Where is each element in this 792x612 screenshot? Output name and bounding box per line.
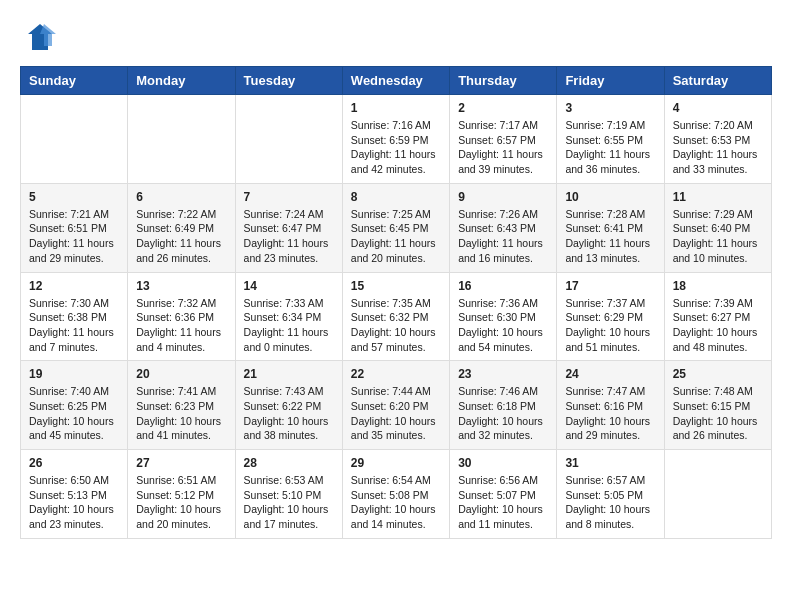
day-info: Sunrise: 6:57 AM Sunset: 5:05 PM Dayligh… [565, 473, 655, 532]
calendar-cell: 17Sunrise: 7:37 AM Sunset: 6:29 PM Dayli… [557, 272, 664, 361]
calendar-cell: 25Sunrise: 7:48 AM Sunset: 6:15 PM Dayli… [664, 361, 771, 450]
day-info: Sunrise: 7:26 AM Sunset: 6:43 PM Dayligh… [458, 207, 548, 266]
calendar-table: SundayMondayTuesdayWednesdayThursdayFrid… [20, 66, 772, 539]
calendar-cell: 20Sunrise: 7:41 AM Sunset: 6:23 PM Dayli… [128, 361, 235, 450]
day-info: Sunrise: 6:51 AM Sunset: 5:12 PM Dayligh… [136, 473, 226, 532]
day-info: Sunrise: 7:28 AM Sunset: 6:41 PM Dayligh… [565, 207, 655, 266]
day-number: 28 [244, 456, 334, 470]
calendar-cell: 5Sunrise: 7:21 AM Sunset: 6:51 PM Daylig… [21, 183, 128, 272]
day-number: 15 [351, 279, 441, 293]
calendar-week-row: 1Sunrise: 7:16 AM Sunset: 6:59 PM Daylig… [21, 95, 772, 184]
calendar-cell [235, 95, 342, 184]
day-info: Sunrise: 7:19 AM Sunset: 6:55 PM Dayligh… [565, 118, 655, 177]
weekday-header: Monday [128, 67, 235, 95]
day-info: Sunrise: 6:54 AM Sunset: 5:08 PM Dayligh… [351, 473, 441, 532]
calendar-cell: 9Sunrise: 7:26 AM Sunset: 6:43 PM Daylig… [450, 183, 557, 272]
day-number: 16 [458, 279, 548, 293]
calendar-cell: 22Sunrise: 7:44 AM Sunset: 6:20 PM Dayli… [342, 361, 449, 450]
day-number: 25 [673, 367, 763, 381]
calendar-cell: 21Sunrise: 7:43 AM Sunset: 6:22 PM Dayli… [235, 361, 342, 450]
calendar-cell: 19Sunrise: 7:40 AM Sunset: 6:25 PM Dayli… [21, 361, 128, 450]
day-number: 14 [244, 279, 334, 293]
weekday-header: Tuesday [235, 67, 342, 95]
day-info: Sunrise: 7:17 AM Sunset: 6:57 PM Dayligh… [458, 118, 548, 177]
day-number: 23 [458, 367, 548, 381]
day-number: 5 [29, 190, 119, 204]
calendar-cell: 10Sunrise: 7:28 AM Sunset: 6:41 PM Dayli… [557, 183, 664, 272]
day-number: 3 [565, 101, 655, 115]
day-info: Sunrise: 7:36 AM Sunset: 6:30 PM Dayligh… [458, 296, 548, 355]
calendar-week-row: 26Sunrise: 6:50 AM Sunset: 5:13 PM Dayli… [21, 450, 772, 539]
calendar-header-row: SundayMondayTuesdayWednesdayThursdayFrid… [21, 67, 772, 95]
calendar-cell: 13Sunrise: 7:32 AM Sunset: 6:36 PM Dayli… [128, 272, 235, 361]
calendar-cell: 28Sunrise: 6:53 AM Sunset: 5:10 PM Dayli… [235, 450, 342, 539]
day-number: 2 [458, 101, 548, 115]
calendar-cell: 11Sunrise: 7:29 AM Sunset: 6:40 PM Dayli… [664, 183, 771, 272]
logo [20, 20, 62, 56]
calendar-cell: 14Sunrise: 7:33 AM Sunset: 6:34 PM Dayli… [235, 272, 342, 361]
day-info: Sunrise: 7:32 AM Sunset: 6:36 PM Dayligh… [136, 296, 226, 355]
calendar-cell: 24Sunrise: 7:47 AM Sunset: 6:16 PM Dayli… [557, 361, 664, 450]
calendar-cell: 3Sunrise: 7:19 AM Sunset: 6:55 PM Daylig… [557, 95, 664, 184]
day-number: 8 [351, 190, 441, 204]
day-number: 26 [29, 456, 119, 470]
day-info: Sunrise: 7:43 AM Sunset: 6:22 PM Dayligh… [244, 384, 334, 443]
day-number: 21 [244, 367, 334, 381]
day-info: Sunrise: 6:50 AM Sunset: 5:13 PM Dayligh… [29, 473, 119, 532]
page-header [20, 20, 772, 56]
weekday-header: Wednesday [342, 67, 449, 95]
calendar-cell: 1Sunrise: 7:16 AM Sunset: 6:59 PM Daylig… [342, 95, 449, 184]
day-info: Sunrise: 7:29 AM Sunset: 6:40 PM Dayligh… [673, 207, 763, 266]
calendar-cell: 31Sunrise: 6:57 AM Sunset: 5:05 PM Dayli… [557, 450, 664, 539]
calendar-week-row: 12Sunrise: 7:30 AM Sunset: 6:38 PM Dayli… [21, 272, 772, 361]
day-number: 10 [565, 190, 655, 204]
calendar-cell: 4Sunrise: 7:20 AM Sunset: 6:53 PM Daylig… [664, 95, 771, 184]
calendar-cell: 29Sunrise: 6:54 AM Sunset: 5:08 PM Dayli… [342, 450, 449, 539]
calendar-cell [128, 95, 235, 184]
day-number: 11 [673, 190, 763, 204]
day-number: 31 [565, 456, 655, 470]
weekday-header: Friday [557, 67, 664, 95]
day-info: Sunrise: 7:30 AM Sunset: 6:38 PM Dayligh… [29, 296, 119, 355]
weekday-header: Sunday [21, 67, 128, 95]
day-info: Sunrise: 7:39 AM Sunset: 6:27 PM Dayligh… [673, 296, 763, 355]
day-number: 9 [458, 190, 548, 204]
day-info: Sunrise: 7:44 AM Sunset: 6:20 PM Dayligh… [351, 384, 441, 443]
day-info: Sunrise: 7:22 AM Sunset: 6:49 PM Dayligh… [136, 207, 226, 266]
calendar-cell: 8Sunrise: 7:25 AM Sunset: 6:45 PM Daylig… [342, 183, 449, 272]
day-number: 22 [351, 367, 441, 381]
calendar-week-row: 19Sunrise: 7:40 AM Sunset: 6:25 PM Dayli… [21, 361, 772, 450]
calendar-week-row: 5Sunrise: 7:21 AM Sunset: 6:51 PM Daylig… [21, 183, 772, 272]
day-number: 6 [136, 190, 226, 204]
day-number: 7 [244, 190, 334, 204]
day-info: Sunrise: 7:25 AM Sunset: 6:45 PM Dayligh… [351, 207, 441, 266]
day-info: Sunrise: 7:46 AM Sunset: 6:18 PM Dayligh… [458, 384, 548, 443]
day-info: Sunrise: 7:20 AM Sunset: 6:53 PM Dayligh… [673, 118, 763, 177]
calendar-cell: 23Sunrise: 7:46 AM Sunset: 6:18 PM Dayli… [450, 361, 557, 450]
calendar-cell: 15Sunrise: 7:35 AM Sunset: 6:32 PM Dayli… [342, 272, 449, 361]
calendar-cell: 27Sunrise: 6:51 AM Sunset: 5:12 PM Dayli… [128, 450, 235, 539]
calendar-cell: 7Sunrise: 7:24 AM Sunset: 6:47 PM Daylig… [235, 183, 342, 272]
calendar-cell: 6Sunrise: 7:22 AM Sunset: 6:49 PM Daylig… [128, 183, 235, 272]
calendar-cell: 18Sunrise: 7:39 AM Sunset: 6:27 PM Dayli… [664, 272, 771, 361]
calendar-cell: 30Sunrise: 6:56 AM Sunset: 5:07 PM Dayli… [450, 450, 557, 539]
day-info: Sunrise: 7:48 AM Sunset: 6:15 PM Dayligh… [673, 384, 763, 443]
day-number: 24 [565, 367, 655, 381]
day-info: Sunrise: 6:56 AM Sunset: 5:07 PM Dayligh… [458, 473, 548, 532]
day-info: Sunrise: 7:37 AM Sunset: 6:29 PM Dayligh… [565, 296, 655, 355]
day-number: 20 [136, 367, 226, 381]
day-info: Sunrise: 7:40 AM Sunset: 6:25 PM Dayligh… [29, 384, 119, 443]
day-number: 4 [673, 101, 763, 115]
calendar-cell: 2Sunrise: 7:17 AM Sunset: 6:57 PM Daylig… [450, 95, 557, 184]
calendar-cell: 16Sunrise: 7:36 AM Sunset: 6:30 PM Dayli… [450, 272, 557, 361]
calendar-cell: 26Sunrise: 6:50 AM Sunset: 5:13 PM Dayli… [21, 450, 128, 539]
day-number: 19 [29, 367, 119, 381]
calendar-cell: 12Sunrise: 7:30 AM Sunset: 6:38 PM Dayli… [21, 272, 128, 361]
day-info: Sunrise: 7:47 AM Sunset: 6:16 PM Dayligh… [565, 384, 655, 443]
day-info: Sunrise: 6:53 AM Sunset: 5:10 PM Dayligh… [244, 473, 334, 532]
weekday-header: Saturday [664, 67, 771, 95]
day-number: 27 [136, 456, 226, 470]
day-number: 17 [565, 279, 655, 293]
day-info: Sunrise: 7:16 AM Sunset: 6:59 PM Dayligh… [351, 118, 441, 177]
calendar-cell [664, 450, 771, 539]
